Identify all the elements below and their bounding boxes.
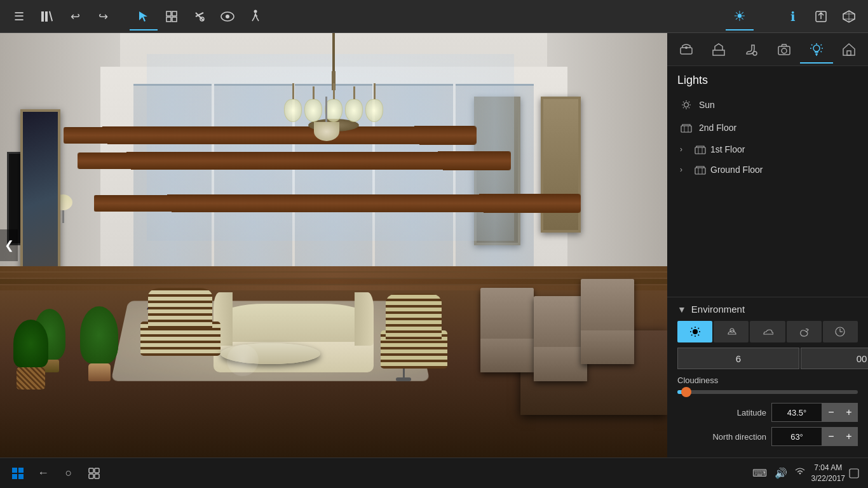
svg-rect-65 [18,474,24,479]
svg-point-31 [684,103,689,107]
svg-rect-66 [89,468,93,473]
north-direction-input[interactable] [771,427,822,446]
expand-arrow-ground: › [680,165,690,174]
undo-button[interactable]: ↩ [61,3,89,30]
library-button[interactable] [33,3,61,30]
weather-partly-cloudy-button[interactable] [714,321,749,342]
1st-floor-label: 1st Floor [710,144,745,154]
svg-line-27 [821,44,822,45]
latitude-minus-button[interactable]: − [822,403,840,422]
menu-button[interactable]: ☰ [5,3,33,30]
svg-rect-63 [18,468,24,473]
floor-light-icon-ground [694,163,707,176]
panel-toolbar [667,33,868,66]
beam3 [94,194,581,213]
svg-point-49 [693,329,698,334]
panel-tab-structure[interactable] [702,36,735,64]
svg-line-56 [698,328,698,329]
svg-rect-16 [713,50,724,55]
keyboard-icon[interactable]: ⌨ [752,467,767,479]
panel-tab-house[interactable] [833,36,865,64]
panel-tab-objects[interactable] [670,36,702,64]
view-button[interactable] [214,3,241,30]
time-hour-input[interactable] [677,348,799,369]
system-tray: ⌨ 🔊 [752,467,805,479]
north-direction-plus-button[interactable]: + [840,427,858,446]
svg-line-36 [683,102,684,102]
volume-icon[interactable]: 🔊 [775,467,787,479]
environment-collapse-icon: ▼ [677,304,686,315]
north-direction-minus-button[interactable]: − [822,427,840,446]
network-icon[interactable] [795,467,805,479]
dining-chair-3 [581,279,634,364]
notification-button[interactable] [845,464,863,482]
latitude-input[interactable] [771,403,822,422]
clock-date: 3/22/2017 [811,473,845,484]
start-button[interactable] [5,461,31,486]
svg-rect-2 [49,11,53,21]
weather-night-button[interactable] [787,321,822,342]
viewport[interactable]: ❮ [0,33,667,458]
svg-rect-62 [12,468,17,473]
svg-line-57 [691,335,692,336]
light-item-2nd-floor[interactable]: 2nd Floor [677,116,858,139]
sun-light-icon [680,98,693,111]
chevron-left-icon: ❮ [4,238,14,252]
sun-button[interactable]: ☀ [726,3,754,30]
coffee-table [220,343,321,364]
svg-rect-4 [172,11,177,16]
search-button[interactable]: ○ [56,461,81,486]
paint-icon [744,43,758,57]
svg-rect-40 [681,126,691,132]
export-button[interactable] [807,3,835,30]
svg-line-55 [698,335,698,336]
sun-label: Sun [699,100,715,110]
north-direction-label: North direction [677,432,771,442]
scene [0,33,667,458]
weather-clear-button[interactable] [677,321,712,342]
panel-tab-camera[interactable] [768,36,800,64]
network-wifi-icon [795,467,805,477]
beam2 [78,151,511,170]
nav-left-button[interactable]: ❮ [0,229,18,261]
panel-tab-lights[interactable] [800,36,832,64]
ground-floor-label: Ground Floor [710,165,763,175]
task-view-button[interactable] [81,461,107,486]
arrange-button[interactable] [158,3,186,30]
light-item-sun[interactable]: Sun [677,93,858,116]
lights-section: Lights Sun 2nd Floor › 1st Floor › [667,66,868,187]
weather-time-button[interactable] [823,321,858,342]
walk-button[interactable] [241,3,269,30]
redo-button[interactable]: ↪ [89,3,117,30]
cloudiness-thumb[interactable] [681,387,691,397]
environment-section: ▼ Environment [667,297,868,458]
svg-rect-29 [815,53,818,55]
svg-line-54 [691,328,692,329]
floor-light-icon-1st [694,143,707,156]
info-button[interactable]: ℹ [779,3,807,30]
environment-header[interactable]: ▼ Environment [677,304,858,315]
tools-button[interactable] [186,3,214,30]
select-button[interactable] [130,3,158,30]
svg-point-11 [226,15,229,18]
light-item-1st-floor[interactable]: › 1st Floor [677,139,858,159]
windows-logo-icon [11,467,24,480]
svg-rect-5 [166,17,171,22]
svg-point-12 [254,10,257,13]
environment-title: Environment [691,304,745,315]
accent-chair [381,292,447,369]
panel-tab-paint[interactable] [735,36,768,64]
plant-2 [80,306,118,381]
dining-chair-2 [534,296,587,381]
latitude-plus-button[interactable]: + [840,403,858,422]
svg-rect-6 [172,17,177,22]
weather-cloudy-button[interactable] [750,321,785,342]
taskbar-clock[interactable]: 7:04 AM 3/22/2017 [811,463,845,484]
svg-line-39 [683,107,684,108]
basket-plant [13,320,48,390]
3d-button[interactable] [835,3,863,30]
back-button[interactable]: ← [31,461,56,486]
cloudiness-slider[interactable] [677,390,858,394]
light-item-ground-floor[interactable]: › Ground Floor [677,159,858,180]
time-minute-input[interactable] [801,348,868,369]
